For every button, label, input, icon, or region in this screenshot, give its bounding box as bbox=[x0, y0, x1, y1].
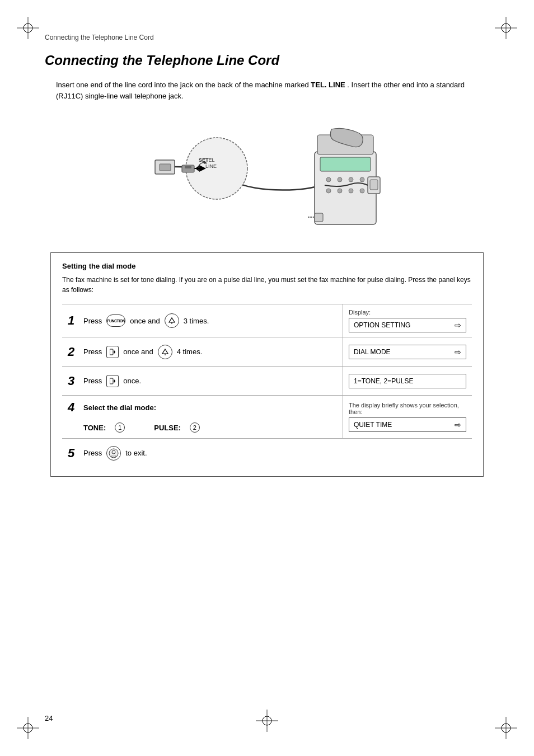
svg-text:TEL: TEL bbox=[205, 157, 215, 163]
box-title: Setting the dial mode bbox=[62, 262, 472, 270]
step-1-number: 1 bbox=[68, 314, 80, 327]
svg-point-33 bbox=[338, 189, 342, 193]
svg-point-35 bbox=[360, 189, 364, 193]
display-arrow-4: ⇨ bbox=[455, 420, 461, 429]
step-4-right: The display briefly shows your selection… bbox=[343, 396, 472, 438]
step-3-press: Press bbox=[83, 377, 102, 385]
step-2-mid: once and bbox=[123, 348, 153, 356]
tone-number-circle: 1 bbox=[115, 422, 125, 433]
display-box-1: OPTION SETTING ⇨ bbox=[349, 318, 466, 332]
step-2-left: 2 Press once and bbox=[62, 337, 343, 366]
step-2-press: Press bbox=[83, 348, 102, 356]
step-2-row: 2 Press once and bbox=[62, 337, 472, 366]
diagram-area: SET TEL LINE bbox=[45, 112, 489, 236]
up-arrow-button-2-icon bbox=[158, 345, 172, 359]
step-3-post: once. bbox=[123, 377, 141, 385]
step-5-number: 5 bbox=[68, 447, 80, 459]
step-1-right: Display: OPTION SETTING ⇨ bbox=[343, 304, 472, 337]
corner-mark-br bbox=[495, 717, 517, 739]
step-5-post: to exit. bbox=[125, 449, 147, 457]
step-4-row: 4 Select the dial mode: TONE: 1 PULSE: 2… bbox=[62, 395, 472, 438]
svg-marker-49 bbox=[114, 379, 115, 383]
step-4-heading: Select the dial mode: bbox=[83, 403, 156, 412]
step-1-press: Press bbox=[83, 317, 102, 325]
svg-rect-39 bbox=[370, 180, 378, 190]
step-2-post: 4 times. bbox=[177, 348, 203, 356]
step-1-row: 1 Press FUNCTION once and 3 times. bbox=[62, 304, 472, 337]
forward-button-2-icon bbox=[106, 346, 119, 358]
svg-rect-23 bbox=[185, 166, 191, 168]
forward-button-3-icon bbox=[106, 375, 119, 387]
step-2-number: 2 bbox=[68, 346, 80, 358]
center-cross-bottom bbox=[256, 710, 278, 734]
step-4-left: 4 Select the dial mode: TONE: 1 PULSE: 2 bbox=[62, 396, 343, 438]
corner-mark-bl bbox=[17, 717, 39, 739]
display-box-2: DIAL MODE ⇨ bbox=[349, 345, 466, 359]
corner-mark-tl bbox=[17, 17, 39, 39]
svg-rect-47 bbox=[110, 378, 113, 384]
tone-pulse-row: TONE: 1 PULSE: 2 bbox=[68, 422, 200, 433]
step-3-row: 3 Press once. 1=TONE, 2=PULSE bbox=[62, 366, 472, 395]
svg-point-30 bbox=[349, 177, 353, 182]
svg-point-31 bbox=[360, 177, 364, 182]
svg-marker-40 bbox=[169, 318, 175, 322]
step-3-left: 3 Press once. bbox=[62, 367, 343, 395]
intro-text: Insert one end of the line cord into the… bbox=[56, 79, 489, 101]
stop-button-icon: STOP bbox=[106, 446, 121, 461]
display-box-3: 1=TONE, 2=PULSE bbox=[349, 374, 466, 388]
svg-rect-27 bbox=[320, 157, 371, 171]
svg-marker-44 bbox=[114, 350, 115, 354]
display-arrow-2: ⇨ bbox=[455, 348, 461, 356]
step-5-press: Press bbox=[83, 449, 102, 457]
svg-text:STOP: STOP bbox=[111, 455, 117, 458]
up-arrow-button-1-icon bbox=[165, 313, 179, 328]
svg-point-28 bbox=[326, 177, 331, 182]
step-2-right: DIAL MODE ⇨ bbox=[343, 337, 472, 366]
svg-marker-45 bbox=[162, 349, 168, 354]
svg-rect-16 bbox=[160, 164, 171, 171]
step-4-number: 4 bbox=[68, 401, 80, 414]
step-3-right: 1=TONE, 2=PULSE bbox=[343, 367, 472, 395]
step-5-row: 5 Press STOP to exit. bbox=[62, 438, 472, 467]
function-button-icon: FUNCTION bbox=[106, 314, 125, 327]
step-4-header: 4 Select the dial mode: bbox=[68, 401, 156, 414]
step-1-left: 1 Press FUNCTION once and 3 times. bbox=[62, 304, 343, 337]
corner-mark-tr bbox=[495, 17, 517, 39]
tone-label: TONE: bbox=[83, 424, 106, 432]
step-5-left: 5 Press STOP to exit. bbox=[62, 439, 343, 467]
breadcrumb: Connecting the Telephone Line Cord bbox=[45, 34, 489, 41]
svg-rect-42 bbox=[110, 349, 113, 355]
svg-text:LINE: LINE bbox=[205, 163, 217, 169]
step-1-mid: once and bbox=[130, 317, 160, 325]
step-3-number: 3 bbox=[68, 375, 80, 387]
svg-point-29 bbox=[338, 177, 342, 182]
display-desc-4: The display briefly shows your selection… bbox=[349, 402, 466, 415]
pulse-number-circle: 2 bbox=[190, 422, 200, 433]
box-description: The fax machine is set for tone dialing.… bbox=[62, 275, 472, 295]
step-5-right bbox=[343, 439, 472, 467]
page-number: 24 bbox=[45, 714, 53, 722]
pulse-label: PULSE: bbox=[154, 424, 181, 432]
instructions-box: Setting the dial mode The fax machine is… bbox=[50, 252, 484, 477]
svg-point-34 bbox=[349, 189, 353, 193]
steps-container: 1 Press FUNCTION once and 3 times. bbox=[62, 304, 472, 467]
step-1-post: 3 times. bbox=[184, 317, 209, 325]
svg-rect-36 bbox=[315, 213, 323, 222]
svg-rect-22 bbox=[182, 165, 194, 172]
display-arrow-1: ⇨ bbox=[455, 321, 461, 330]
page-title: Connecting the Telephone Line Cord bbox=[45, 53, 489, 68]
display-box-4: QUIET TIME ⇨ bbox=[349, 417, 466, 432]
svg-point-32 bbox=[326, 189, 331, 193]
display-label-1: Display: bbox=[349, 309, 466, 316]
